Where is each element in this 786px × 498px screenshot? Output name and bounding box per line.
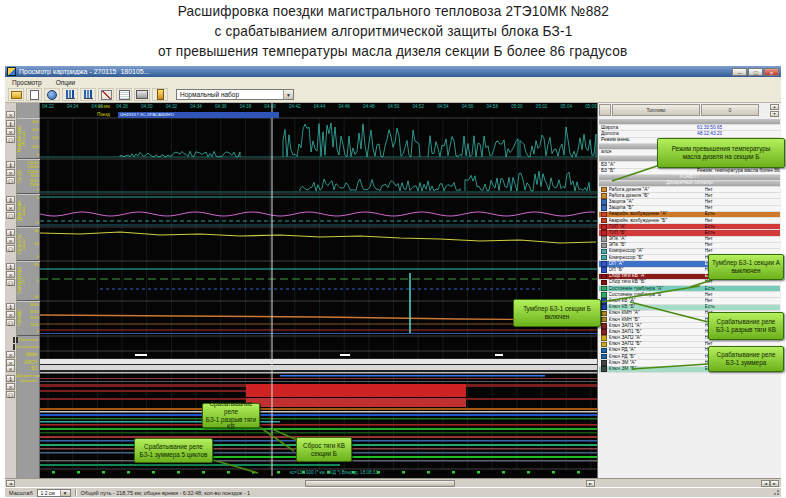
channel-controls: ↕×□	[6, 303, 16, 326]
maximize-button[interactable]: □	[748, 68, 763, 76]
axis-tick: 40	[34, 242, 39, 246]
app-icon	[7, 67, 16, 76]
row-close-button[interactable]: ×	[6, 111, 15, 118]
signal-icon	[601, 348, 607, 354]
callout-relay_buzzer_chart: Срабатывание реле БЗ-1 зуммера 5 циклов	[134, 438, 213, 463]
channel-hide-button[interactable]: □	[6, 177, 15, 184]
row-close-button[interactable]: ×	[6, 365, 15, 372]
signal-icon	[601, 193, 607, 199]
channel-hide-button[interactable]: □	[6, 319, 15, 326]
cartridge-icon[interactable]	[152, 88, 168, 101]
time-tick: 04:42	[286, 104, 304, 109]
channel-group-0: Напряжение (Вольт)4003002001000	[17, 118, 40, 159]
channel-group-1: Ток (А)1500012500100007500500025000	[17, 159, 40, 194]
channel-resize-button[interactable]: ↕	[6, 303, 15, 310]
time-axis-unit: чч:мм	[75, 104, 110, 109]
channel-close-button[interactable]: ×	[6, 204, 15, 211]
param-value: Режим: температура масла более 86	[697, 168, 780, 174]
globe-icon[interactable]	[44, 88, 60, 101]
axis-tick: 100	[32, 145, 39, 149]
channel-resize-button[interactable]: ↕	[6, 196, 15, 203]
horizontal-scrollbar[interactable]: ◄ ► ◄ ►	[5, 478, 781, 487]
chevron-down-icon[interactable]: ▼	[60, 490, 70, 496]
menu-options[interactable]: Опции	[49, 79, 83, 86]
band-row-controls: ×	[6, 365, 16, 372]
channel-hide-button[interactable]: □	[6, 245, 15, 252]
axis-tick: 4000	[30, 303, 39, 307]
channel-close-button[interactable]: ×	[6, 169, 15, 176]
axis-tick: 0	[37, 255, 39, 259]
callout-mode: Режим превышения температуры масла дизел…	[657, 138, 785, 168]
resize-grip[interactable]	[772, 488, 780, 496]
channel-name: Скорость (км/ч)	[17, 230, 25, 258]
scroll-thumb[interactable]	[305, 480, 455, 487]
open-folder-icon[interactable]	[8, 88, 24, 101]
chart-plot[interactable]: ЧН4933 ГЭС-КРАСАВИНО кс=134.000 (* км. Ж…	[40, 103, 597, 478]
channel-resize-button[interactable]: ↕	[6, 229, 15, 236]
legend-swatch	[16, 337, 18, 343]
scale-select[interactable]: 1:2 см ▼	[37, 489, 71, 497]
gridlines	[48, 118, 591, 469]
table-icon[interactable]	[116, 88, 132, 101]
signal-icon	[601, 286, 607, 292]
channel-close-button[interactable]: ×	[6, 383, 15, 390]
signal-icon	[601, 280, 607, 286]
axis-tick: 2000	[30, 316, 39, 320]
menu-view[interactable]: Просмотр	[5, 79, 49, 86]
window-titlebar[interactable]: Просмотр картриджа - 270115_180105... – …	[5, 66, 781, 77]
signal-set-select[interactable]: Нормальный набор ▼	[176, 89, 294, 100]
document-icon[interactable]	[26, 88, 42, 101]
train-selection[interactable]: ЧН4933 ГЭС-КРАСАВИНО	[118, 112, 279, 118]
signal-icon	[601, 304, 607, 310]
channel-hide-button[interactable]: □	[6, 136, 15, 143]
bar-chart2-icon[interactable]	[80, 88, 96, 101]
legend-swatch	[13, 337, 15, 343]
channel-hide-button[interactable]: □	[6, 391, 15, 398]
channel-controls: ↕×□	[6, 229, 16, 252]
panel-scroll-right-icon[interactable]: ►	[770, 480, 779, 487]
line-chart-icon[interactable]	[98, 88, 114, 101]
time-tick: 04:38	[236, 104, 254, 109]
spin-up-icon[interactable]: ▲	[770, 104, 779, 110]
channel-hide-button[interactable]: □	[6, 279, 15, 286]
panel-scroll-left-icon[interactable]: ◄	[761, 480, 770, 487]
panel-header-value[interactable]: 0	[701, 104, 759, 116]
channel-resize-button[interactable]: ↕	[6, 120, 15, 127]
time-tick: 04:54	[434, 104, 452, 109]
axis-tick: 0	[37, 153, 39, 157]
time-tick: 04:34	[187, 104, 205, 109]
channel-controls: ↕×□	[6, 196, 16, 219]
page-title-line2: с срабатыванием алгоритмической защиты б…	[0, 23, 786, 39]
channel-close-button[interactable]: ×	[6, 128, 15, 135]
discrete-controls: ↕×□	[6, 375, 16, 398]
signal-icon	[601, 360, 607, 366]
row-close-button[interactable]: ×	[6, 351, 15, 358]
chevron-down-icon[interactable]: ▼	[283, 90, 293, 99]
channel-close-button[interactable]: ×	[6, 311, 15, 318]
scroll-left-icon[interactable]: ◄	[6, 480, 15, 487]
callout-reset_traction: Сброс тяги КВ секции Б	[296, 437, 352, 462]
channel-hide-button[interactable]: □	[6, 212, 15, 219]
legend-label: Ослаб.поля	[16, 344, 39, 349]
channel-resize-button[interactable]: ↕	[6, 375, 15, 382]
scroll-right-icon[interactable]: ►	[586, 480, 595, 487]
close-button[interactable]: ×	[764, 68, 779, 76]
axis-tick: 400	[32, 120, 39, 124]
legend-label: Поз.контр.	[19, 337, 39, 342]
channel-close-button[interactable]: ×	[6, 237, 15, 244]
print-icon[interactable]	[134, 88, 150, 101]
axis-tick: 80	[34, 229, 39, 233]
channel-close-button[interactable]: ×	[6, 271, 15, 278]
bar-chart-icon[interactable]	[62, 88, 78, 101]
signal-icon	[601, 317, 607, 323]
channel-label-column: Напряжение (Вольт)4003002001000Ток (А)15…	[17, 103, 40, 478]
minimize-button[interactable]: –	[732, 68, 747, 76]
channel-resize-button[interactable]: ↕	[6, 161, 15, 168]
status-separator	[75, 489, 77, 496]
spin-down-icon[interactable]: ▼	[770, 111, 779, 117]
channel-ticks: 80400	[34, 229, 39, 259]
panel-header-fuel[interactable]: Топливо	[612, 104, 700, 116]
callout-toggle_b: Тумблер БЗ-1 секции Б включен	[513, 299, 601, 327]
channel-resize-button[interactable]: ↕	[6, 263, 15, 270]
scale-label: Масштаб	[9, 490, 33, 496]
